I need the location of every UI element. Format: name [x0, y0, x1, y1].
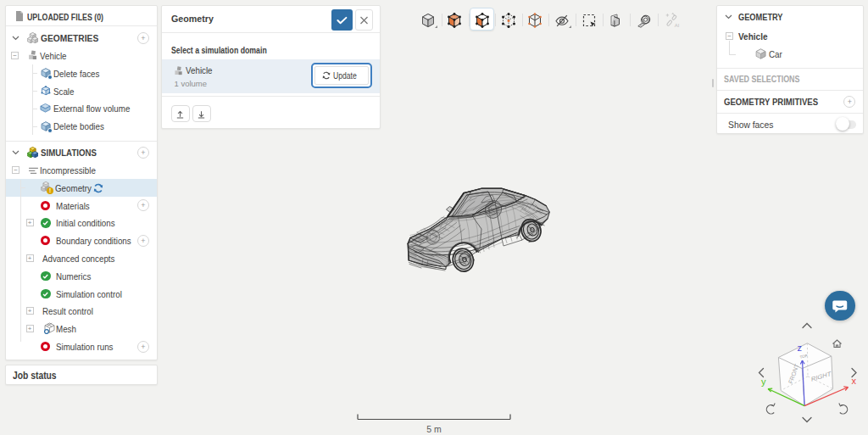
svg-text:z: z: [798, 343, 803, 353]
svg-text:y: y: [761, 376, 766, 387]
svg-text:AI: AI: [674, 23, 679, 28]
